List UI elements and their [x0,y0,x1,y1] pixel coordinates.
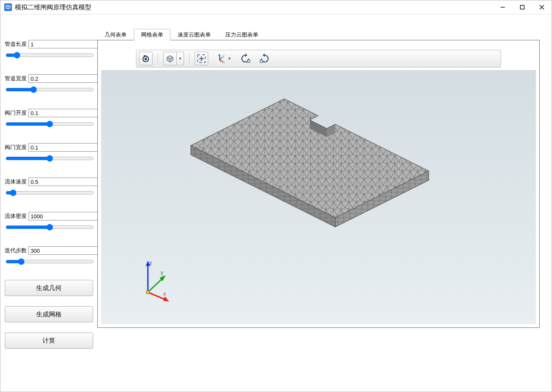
param-slider[interactable] [6,155,94,162]
svg-rect-16 [260,60,263,62]
tab-0[interactable]: 几何表单 [97,29,134,40]
param-3: 阀门宽度 [5,143,93,163]
axis-orientation-button[interactable]: x y z [213,52,226,65]
generate-geometry-button[interactable]: 生成几何 [5,280,93,296]
svg-rect-15 [247,60,250,62]
param-6: 迭代步数 [5,246,93,266]
axis-x-label: x [163,290,166,297]
mesh-model [165,95,437,249]
param-input[interactable] [28,246,104,255]
svg-line-9 [220,60,223,62]
param-slider[interactable] [6,86,94,93]
param-input[interactable] [28,212,104,220]
tabs: 几何表单网格表单速度云图表单压力云图表单 [97,27,552,40]
param-slider[interactable] [6,189,94,196]
app-icon [4,3,12,11]
view-cube-button[interactable] [163,52,177,65]
compute-button[interactable]: 计算 [5,333,93,349]
svg-text:x: x [223,60,225,64]
viewport-toolbar: ▼ [136,50,501,68]
minimize-button[interactable] [493,0,512,14]
axis-z-label: z [149,260,152,266]
param-label: 流体密度 [5,212,27,220]
param-slider[interactable] [6,52,94,59]
rotate-cw-button[interactable] [238,52,252,65]
close-button[interactable] [532,0,552,14]
window-title: 模拟二维闸阀原理仿真模型 [15,3,91,11]
3d-viewport[interactable]: z y x [101,70,536,324]
param-0: 管道长度 [5,40,93,60]
generate-mesh-button[interactable]: 生成网格 [5,306,93,322]
svg-text:z: z [218,54,220,57]
tab-3[interactable]: 压力云图表单 [218,29,266,40]
param-2: 阀门开度 [5,109,93,129]
zoom-fit-button[interactable] [195,52,208,65]
axis-orientation-dropdown[interactable]: ▼ [226,52,233,65]
svg-point-6 [144,58,147,60]
titlebar: 模拟二维闸阀原理仿真模型 [0,0,552,14]
sidebar: 管道长度管道宽度阀门开度阀门宽度流体速度流体密度迭代步数 生成几何 生成网格 计… [0,14,97,392]
param-label: 迭代步数 [5,247,27,254]
axis-triad: z y x [135,259,173,303]
param-input[interactable] [28,143,104,152]
param-slider[interactable] [6,258,94,265]
camera-screenshot-button[interactable] [139,52,153,65]
svg-text:y: y [223,54,224,58]
param-input[interactable] [28,74,104,83]
tab-1[interactable]: 网格表单 [134,29,170,40]
param-label: 阀门宽度 [5,144,27,151]
view-frame: ▼ [97,40,540,328]
svg-point-24 [146,290,150,294]
param-slider[interactable] [6,121,94,127]
param-1: 管道宽度 [5,74,93,94]
rotate-ccw-button[interactable] [258,52,272,65]
svg-line-20 [148,278,163,292]
axis-y-label: y [161,269,164,276]
param-input[interactable] [28,109,104,117]
tab-2[interactable]: 速度云图表单 [170,29,218,40]
param-5: 流体密度 [5,212,93,232]
svg-marker-23 [163,296,169,302]
param-label: 管道长度 [5,40,27,48]
param-input[interactable] [28,40,104,48]
param-label: 阀门开度 [5,109,27,117]
param-label: 管道宽度 [5,75,27,82]
view-cube-dropdown[interactable]: ▼ [177,52,184,65]
svg-rect-7 [144,55,146,56]
maximize-button[interactable] [512,0,532,14]
param-slider[interactable] [6,224,94,231]
param-label: 流体速度 [5,178,27,186]
param-input[interactable] [28,178,104,186]
svg-rect-2 [521,6,524,9]
param-4: 流体速度 [5,178,93,197]
